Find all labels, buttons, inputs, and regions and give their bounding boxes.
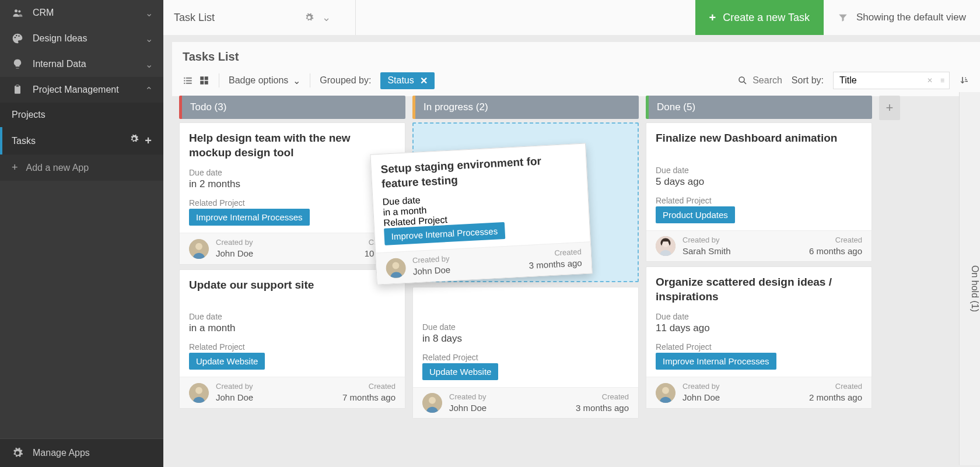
svg-point-0	[15, 9, 18, 12]
divider	[219, 73, 219, 87]
svg-point-22	[195, 387, 202, 394]
sidebar-item-design[interactable]: Design Ideas ⌄	[0, 26, 163, 51]
task-card[interactable]: Due date in 8 days Related Project Updat…	[412, 287, 639, 419]
due-date-value: in 2 months	[189, 178, 396, 190]
page-title: Task List	[174, 12, 215, 24]
sort-by-label: Sort by:	[792, 75, 824, 86]
card-title: Setup staging environment for feature te…	[380, 152, 578, 191]
add-app-button[interactable]: + Add a new App	[0, 155, 163, 181]
add-column-button[interactable]: +	[879, 96, 900, 120]
svg-point-28	[662, 387, 669, 394]
avatar	[189, 383, 209, 403]
task-card-dragging[interactable]: Setup staging environment for feature te…	[370, 143, 592, 285]
column-done: Done (5) Finalize new Dashboard animatio…	[646, 96, 872, 467]
creator-name: John Doe	[216, 392, 253, 403]
search-icon	[737, 75, 748, 86]
grid-view-icon[interactable]	[199, 75, 209, 86]
project-tag[interactable]: Improve Internal Processes	[656, 353, 776, 370]
task-card[interactable]: Organize scattered design ideas / inspir…	[646, 266, 872, 409]
create-task-button[interactable]: + Create a new Task	[695, 0, 824, 35]
card-title: Help design team with the new mockup des…	[189, 131, 396, 160]
created-by-label: Created by	[682, 382, 720, 392]
gear-icon[interactable]	[130, 134, 139, 148]
avatar	[656, 383, 676, 403]
column-onhold-collapsed[interactable]: On hold (1)	[959, 92, 980, 465]
sidebar-sub-projects[interactable]: Projects	[0, 103, 163, 127]
close-icon[interactable]: ✕	[927, 76, 933, 85]
search-button[interactable]: Search	[737, 75, 782, 86]
sidebar-sub-tasks[interactable]: Tasks +	[0, 127, 163, 155]
svg-line-18	[744, 82, 746, 84]
board-toolbar: Tasks List Badge options ⌄ Grouped by: S…	[172, 42, 980, 96]
created-label: Created	[809, 382, 862, 392]
svg-rect-8	[186, 78, 192, 79]
due-date-value: in 8 days	[422, 333, 629, 345]
view-filter-button[interactable]: Showing the default view	[824, 0, 980, 35]
column-header-progress[interactable]: In progress (2)	[412, 96, 639, 119]
manage-apps-button[interactable]: Manage Apps	[0, 438, 163, 467]
column-header-done[interactable]: Done (5)	[646, 96, 872, 119]
close-icon[interactable]: ✕	[420, 75, 428, 86]
people-icon	[12, 7, 23, 19]
sidebar-label: Internal Data	[33, 59, 86, 69]
sidebar-item-pm[interactable]: Project Management ⌄	[0, 77, 163, 103]
due-date-label: Due date	[656, 312, 862, 321]
chevron-down-icon: ⌄	[145, 8, 153, 19]
view-filter-label: Showing the default view	[856, 12, 966, 23]
due-date-label: Due date	[422, 322, 629, 332]
plus-icon: +	[709, 11, 716, 24]
svg-point-17	[739, 77, 744, 82]
due-date-label: Due date	[189, 312, 396, 321]
sort-direction-button[interactable]	[959, 75, 970, 86]
add-app-label: Add a new App	[26, 163, 89, 173]
project-tag[interactable]: Update Website	[422, 363, 498, 380]
sidebar-sub-label: Tasks	[12, 136, 36, 146]
column-todo: Todo (3) Help design team with the new m…	[179, 96, 405, 467]
chip-label: Status	[387, 75, 414, 86]
sidebar-item-internal[interactable]: Internal Data ⌄	[0, 51, 163, 77]
creator-name: John Doe	[682, 392, 720, 403]
gear-icon[interactable]	[304, 13, 314, 22]
list-view-icon[interactable]	[183, 75, 193, 86]
project-tag[interactable]: Product Updates	[656, 206, 735, 223]
sidebar-item-crm[interactable]: CRM ⌄	[0, 0, 163, 26]
project-tag[interactable]: Improve Internal Processes	[189, 209, 310, 226]
card-title: Finalize new Dashboard animation	[656, 131, 862, 146]
svg-rect-14	[205, 76, 208, 80]
column-header-todo[interactable]: Todo (3)	[179, 96, 405, 119]
topbar: Task List ⌄ + Create a new Task Showing …	[163, 0, 980, 35]
avatar	[189, 239, 209, 259]
plus-icon[interactable]: +	[145, 134, 152, 148]
created-label: Created	[342, 382, 396, 392]
task-card[interactable]: Help design team with the new mockup des…	[179, 122, 405, 265]
avatar	[422, 393, 442, 413]
creator-name: Sarah Smith	[682, 245, 731, 257]
task-card[interactable]: Finalize new Dashboard animation Due dat…	[646, 122, 872, 262]
created-by-label: Created by	[216, 238, 253, 248]
chevron-up-icon: ⌄	[145, 85, 153, 96]
divider	[310, 73, 310, 87]
context-title: Task List ⌄	[163, 11, 341, 24]
related-project-label: Related Project	[656, 342, 862, 352]
clipboard-icon	[12, 84, 23, 96]
sidebar-label: Design Ideas	[33, 33, 87, 44]
chevron-down-icon: ⌄	[145, 59, 153, 70]
created-when: 7 months ago	[342, 392, 396, 403]
chevron-down-icon[interactable]: ⌄	[322, 11, 331, 24]
plus-icon: +	[12, 161, 18, 174]
svg-rect-13	[200, 76, 204, 80]
divider	[355, 0, 356, 35]
group-chip-status[interactable]: Status ✕	[380, 72, 434, 89]
project-tag[interactable]: Update Website	[189, 353, 265, 370]
task-card[interactable]: Update our support site Due date in a mo…	[179, 269, 405, 409]
filter-icon	[838, 12, 848, 23]
svg-point-2	[15, 37, 16, 38]
created-by-label: Created by	[216, 382, 253, 392]
card-title: Organize scattered design ideas / inspir…	[656, 275, 862, 304]
created-label: Created	[809, 236, 862, 245]
sort-field-select[interactable]: Title ✕ ≡	[833, 72, 950, 89]
grouped-by-label: Grouped by:	[320, 75, 371, 86]
svg-point-3	[16, 35, 17, 37]
svg-rect-9	[184, 80, 185, 81]
badge-options-dropdown[interactable]: Badge options ⌄	[229, 75, 300, 86]
